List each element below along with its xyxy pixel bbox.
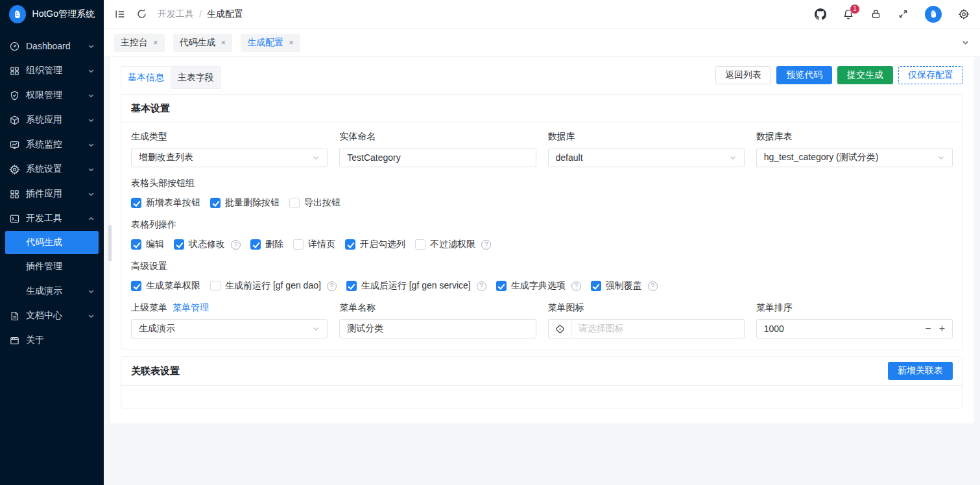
menu-sort-input[interactable]: 1000 − + (756, 319, 953, 338)
advanced-group-label: 高级设置 (131, 261, 953, 272)
top-header: 开发工具 / 生成配置 1 (104, 0, 980, 29)
logo-owl-icon (9, 5, 26, 23)
checkbox-gen-dict-options[interactable]: 生成字典选项 ? (496, 280, 581, 292)
chevron-down-icon (729, 154, 737, 161)
entity-name-input[interactable]: TestCategory (339, 148, 536, 167)
sidebar-menu: Dashboard 组织管理 权限管理 系统应用 系统监控 系统设置 (0, 34, 104, 485)
sidebar-item-org[interactable]: 组织管理 (0, 58, 104, 83)
database-select[interactable]: default (548, 148, 745, 167)
table-field-group: 数据库表 hg_test_category (测试分类) (756, 131, 953, 167)
tab-gen-config[interactable]: 生成配置 × (241, 34, 300, 52)
page-content: 基本信息 主表字段 返回列表 预览代码 提交生成 仅保存配置 基本设置 (104, 57, 980, 485)
menu-name-field-group: 菜单名称 测试分类 (339, 302, 536, 338)
tab-main-table-fields[interactable]: 主表字段 (171, 66, 221, 89)
sidebar-item-plugins[interactable]: 插件应用 (0, 182, 104, 206)
refresh-icon[interactable] (136, 8, 147, 19)
tab-strip: 主控台 × 代码生成 × 生成配置 × (104, 29, 980, 57)
help-icon[interactable]: ? (477, 281, 486, 291)
plus-button[interactable]: + (939, 324, 945, 334)
menu-sort-label: 菜单排序 (756, 302, 953, 314)
close-icon[interactable]: × (289, 38, 294, 47)
lock-icon[interactable] (870, 8, 881, 19)
help-icon[interactable]: ? (327, 281, 337, 291)
sidebar: HotGo管理系统 Dashboard 组织管理 权限管理 系统应用 系统监控 (0, 0, 104, 485)
minus-button[interactable]: − (925, 324, 931, 334)
help-icon[interactable]: ? (231, 240, 241, 250)
close-icon[interactable]: × (153, 38, 158, 47)
table-select[interactable]: hg_test_category (测试分类) (756, 148, 953, 167)
checkbox-status-modify[interactable]: 状态修改 ? (174, 239, 241, 250)
plugin-grid-icon (9, 189, 20, 200)
menu-icon-picker[interactable]: 请选择图标 (548, 319, 745, 338)
close-icon[interactable]: × (221, 38, 226, 47)
sidebar-item-system-app[interactable]: 系统应用 (0, 108, 104, 132)
breadcrumb-parent[interactable]: 开发工具 (158, 8, 194, 20)
app-logo[interactable]: HotGo管理系统 (0, 0, 104, 29)
document-icon (9, 311, 20, 322)
notification-bell-icon[interactable]: 1 (843, 8, 854, 20)
menu-collapse-icon[interactable] (114, 8, 126, 20)
checkbox-box (174, 239, 184, 250)
back-to-list-button[interactable]: 返回列表 (715, 66, 771, 84)
config-card: 基本信息 主表字段 返回列表 预览代码 提交生成 仅保存配置 基本设置 (110, 57, 974, 423)
submit-generate-button[interactable]: 提交生成 (837, 66, 893, 84)
notification-badge: 1 (850, 4, 860, 14)
sidebar-item-system-settings[interactable]: 系统设置 (0, 157, 104, 182)
sidebar-item-dashboard[interactable]: Dashboard (0, 34, 104, 58)
checkbox-add-form-button[interactable]: 新增表单按钮 (131, 197, 200, 209)
checkbox-box (345, 239, 355, 250)
add-relation-table-button[interactable]: 新增关联表 (888, 362, 953, 380)
checkbox-no-filter-permission[interactable]: 不过滤权限 ? (415, 239, 491, 250)
fullscreen-icon[interactable] (898, 8, 909, 19)
advanced-group: 生成菜单权限 生成前运行 [gf gen dao] ? 生成后运行 [gf ge… (131, 280, 953, 292)
checkbox-detail-page[interactable]: 详情页 (293, 239, 335, 250)
monitor-chart-icon (9, 139, 20, 150)
sidebar-item-doc-center[interactable]: 文档中心 (0, 303, 104, 328)
terminal-icon (9, 213, 20, 224)
checkbox-run-before-gen[interactable]: 生成前运行 [gf gen dao] ? (210, 280, 337, 292)
menu-sort-field-group: 菜单排序 1000 − + (756, 302, 953, 338)
checkbox-box (250, 239, 261, 250)
tabstrip-dropdown-icon[interactable] (961, 38, 970, 47)
sidebar-item-plugin-management[interactable]: 插件管理 (0, 254, 104, 279)
menu-management-link[interactable]: 菜单管理 (173, 302, 209, 314)
parent-menu-select[interactable]: 生成演示 (131, 319, 328, 338)
save-config-only-button[interactable]: 仅保存配置 (898, 66, 963, 84)
sidebar-item-dev-tools[interactable]: 开发工具 (0, 206, 104, 231)
sidebar-item-system-monitor[interactable]: 系统监控 (0, 132, 104, 157)
preview-code-button[interactable]: 预览代码 (776, 66, 832, 84)
checkbox-enable-check-column[interactable]: 开启勾选列 (345, 239, 405, 250)
settings-gear-icon[interactable] (958, 8, 970, 20)
checkbox-delete[interactable]: 删除 (250, 239, 283, 250)
help-icon[interactable]: ? (481, 240, 491, 250)
gear-icon (9, 164, 20, 175)
tab-code-generation[interactable]: 代码生成 × (173, 34, 233, 52)
help-icon[interactable]: ? (648, 281, 658, 291)
chevron-down-icon (88, 313, 95, 320)
sidebar-item-gen-demo[interactable]: 生成演示 (0, 279, 104, 303)
checkbox-force-overwrite[interactable]: 强制覆盖 ? (591, 280, 658, 292)
github-icon[interactable] (815, 8, 826, 20)
sidebar-item-code-generation[interactable]: 代码生成 (5, 231, 99, 254)
checkbox-batch-delete-button[interactable]: 批量删除按钮 (210, 197, 280, 209)
checkbox-edit[interactable]: 编辑 (131, 239, 164, 250)
frame-icon (9, 335, 20, 346)
tab-basic-info[interactable]: 基本信息 (121, 66, 171, 89)
checkbox-export-button[interactable]: 导出按钮 (289, 197, 341, 209)
sidebar-item-about[interactable]: 关于 (0, 328, 104, 353)
relation-table-body (121, 386, 962, 408)
checkbox-gen-menu-permission[interactable]: 生成菜单权限 (131, 280, 200, 292)
tab-dashboard-console[interactable]: 主控台 × (114, 34, 165, 52)
user-avatar[interactable] (925, 6, 942, 23)
menu-name-input[interactable]: 测试分类 (339, 319, 536, 338)
sidebar-item-permission[interactable]: 权限管理 (0, 83, 104, 108)
help-icon[interactable]: ? (571, 281, 581, 291)
database-field-group: 数据库 default (548, 131, 745, 167)
sidebar-scrollbar-thumb[interactable] (108, 225, 112, 261)
checkbox-box (131, 281, 141, 291)
checkbox-run-after-gen[interactable]: 生成后运行 [gf gen service] ? (346, 280, 486, 292)
chevron-up-icon (88, 215, 95, 222)
menu-icon-field-group: 菜单图标 请选择图标 (548, 302, 745, 338)
gen-type-select[interactable]: 增删改查列表 (131, 148, 328, 167)
gen-type-field-group: 生成类型 增删改查列表 (131, 131, 328, 167)
